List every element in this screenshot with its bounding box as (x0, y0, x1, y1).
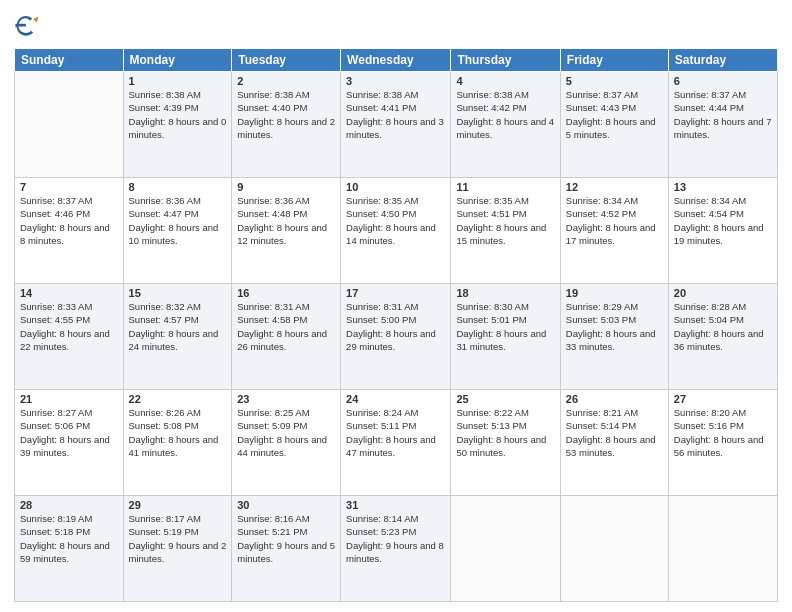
calendar-cell: 12 Sunrise: 8:34 AM Sunset: 4:52 PM Dayl… (560, 178, 668, 284)
calendar-cell: 5 Sunrise: 8:37 AM Sunset: 4:43 PM Dayli… (560, 72, 668, 178)
calendar-cell: 17 Sunrise: 8:31 AM Sunset: 5:00 PM Dayl… (341, 284, 451, 390)
calendar-cell: 24 Sunrise: 8:24 AM Sunset: 5:11 PM Dayl… (341, 390, 451, 496)
daylight-text: Daylight: 8 hours and 17 minutes. (566, 221, 663, 248)
sunrise-text: Sunrise: 8:33 AM (20, 300, 118, 313)
calendar-cell: 26 Sunrise: 8:21 AM Sunset: 5:14 PM Dayl… (560, 390, 668, 496)
calendar-cell: 29 Sunrise: 8:17 AM Sunset: 5:19 PM Dayl… (123, 496, 232, 602)
sunrise-text: Sunrise: 8:25 AM (237, 406, 335, 419)
sunset-text: Sunset: 4:51 PM (456, 207, 554, 220)
calendar-week-row: 1 Sunrise: 8:38 AM Sunset: 4:39 PM Dayli… (15, 72, 778, 178)
sunset-text: Sunset: 5:23 PM (346, 525, 445, 538)
sunrise-text: Sunrise: 8:24 AM (346, 406, 445, 419)
day-detail: Sunrise: 8:14 AM Sunset: 5:23 PM Dayligh… (346, 512, 445, 565)
day-number: 17 (346, 287, 445, 299)
sunset-text: Sunset: 5:01 PM (456, 313, 554, 326)
day-detail: Sunrise: 8:38 AM Sunset: 4:39 PM Dayligh… (129, 88, 227, 141)
day-number: 25 (456, 393, 554, 405)
day-detail: Sunrise: 8:22 AM Sunset: 5:13 PM Dayligh… (456, 406, 554, 459)
day-number: 29 (129, 499, 227, 511)
sunset-text: Sunset: 5:18 PM (20, 525, 118, 538)
sunset-text: Sunset: 4:54 PM (674, 207, 772, 220)
day-number: 8 (129, 181, 227, 193)
daylight-text: Daylight: 8 hours and 2 minutes. (237, 115, 335, 142)
calendar-week-row: 14 Sunrise: 8:33 AM Sunset: 4:55 PM Dayl… (15, 284, 778, 390)
logo (14, 14, 46, 42)
sunrise-text: Sunrise: 8:32 AM (129, 300, 227, 313)
sunrise-text: Sunrise: 8:14 AM (346, 512, 445, 525)
day-detail: Sunrise: 8:30 AM Sunset: 5:01 PM Dayligh… (456, 300, 554, 353)
day-number: 9 (237, 181, 335, 193)
sunset-text: Sunset: 5:11 PM (346, 419, 445, 432)
column-header-tuesday: Tuesday (232, 49, 341, 72)
page-header (14, 10, 778, 42)
day-number: 19 (566, 287, 663, 299)
day-detail: Sunrise: 8:20 AM Sunset: 5:16 PM Dayligh… (674, 406, 772, 459)
column-header-wednesday: Wednesday (341, 49, 451, 72)
calendar-cell: 11 Sunrise: 8:35 AM Sunset: 4:51 PM Dayl… (451, 178, 560, 284)
sunrise-text: Sunrise: 8:34 AM (566, 194, 663, 207)
daylight-text: Daylight: 8 hours and 29 minutes. (346, 327, 445, 354)
day-number: 2 (237, 75, 335, 87)
daylight-text: Daylight: 8 hours and 19 minutes. (674, 221, 772, 248)
sunset-text: Sunset: 4:58 PM (237, 313, 335, 326)
day-detail: Sunrise: 8:34 AM Sunset: 4:52 PM Dayligh… (566, 194, 663, 247)
sunrise-text: Sunrise: 8:16 AM (237, 512, 335, 525)
day-number: 21 (20, 393, 118, 405)
day-detail: Sunrise: 8:36 AM Sunset: 4:48 PM Dayligh… (237, 194, 335, 247)
sunset-text: Sunset: 4:46 PM (20, 207, 118, 220)
calendar-cell: 10 Sunrise: 8:35 AM Sunset: 4:50 PM Dayl… (341, 178, 451, 284)
column-header-thursday: Thursday (451, 49, 560, 72)
column-header-sunday: Sunday (15, 49, 124, 72)
day-detail: Sunrise: 8:37 AM Sunset: 4:44 PM Dayligh… (674, 88, 772, 141)
day-number: 31 (346, 499, 445, 511)
day-detail: Sunrise: 8:25 AM Sunset: 5:09 PM Dayligh… (237, 406, 335, 459)
daylight-text: Daylight: 9 hours and 8 minutes. (346, 539, 445, 566)
calendar-cell: 13 Sunrise: 8:34 AM Sunset: 4:54 PM Dayl… (668, 178, 777, 284)
day-detail: Sunrise: 8:21 AM Sunset: 5:14 PM Dayligh… (566, 406, 663, 459)
day-detail: Sunrise: 8:31 AM Sunset: 4:58 PM Dayligh… (237, 300, 335, 353)
calendar-cell: 28 Sunrise: 8:19 AM Sunset: 5:18 PM Dayl… (15, 496, 124, 602)
day-number: 11 (456, 181, 554, 193)
sunset-text: Sunset: 5:21 PM (237, 525, 335, 538)
sunset-text: Sunset: 4:44 PM (674, 101, 772, 114)
calendar-cell (15, 72, 124, 178)
calendar-cell: 3 Sunrise: 8:38 AM Sunset: 4:41 PM Dayli… (341, 72, 451, 178)
sunset-text: Sunset: 4:40 PM (237, 101, 335, 114)
calendar-cell: 2 Sunrise: 8:38 AM Sunset: 4:40 PM Dayli… (232, 72, 341, 178)
sunset-text: Sunset: 5:03 PM (566, 313, 663, 326)
sunset-text: Sunset: 4:41 PM (346, 101, 445, 114)
calendar-cell: 4 Sunrise: 8:38 AM Sunset: 4:42 PM Dayli… (451, 72, 560, 178)
daylight-text: Daylight: 8 hours and 8 minutes. (20, 221, 118, 248)
daylight-text: Daylight: 8 hours and 14 minutes. (346, 221, 445, 248)
calendar-week-row: 28 Sunrise: 8:19 AM Sunset: 5:18 PM Dayl… (15, 496, 778, 602)
sunset-text: Sunset: 5:13 PM (456, 419, 554, 432)
day-detail: Sunrise: 8:17 AM Sunset: 5:19 PM Dayligh… (129, 512, 227, 565)
daylight-text: Daylight: 8 hours and 41 minutes. (129, 433, 227, 460)
daylight-text: Daylight: 8 hours and 12 minutes. (237, 221, 335, 248)
calendar-cell: 22 Sunrise: 8:26 AM Sunset: 5:08 PM Dayl… (123, 390, 232, 496)
day-detail: Sunrise: 8:27 AM Sunset: 5:06 PM Dayligh… (20, 406, 118, 459)
sunrise-text: Sunrise: 8:19 AM (20, 512, 118, 525)
daylight-text: Daylight: 8 hours and 31 minutes. (456, 327, 554, 354)
day-number: 7 (20, 181, 118, 193)
day-detail: Sunrise: 8:37 AM Sunset: 4:46 PM Dayligh… (20, 194, 118, 247)
sunset-text: Sunset: 5:09 PM (237, 419, 335, 432)
daylight-text: Daylight: 8 hours and 24 minutes. (129, 327, 227, 354)
sunrise-text: Sunrise: 8:37 AM (566, 88, 663, 101)
sunset-text: Sunset: 4:57 PM (129, 313, 227, 326)
calendar-cell: 21 Sunrise: 8:27 AM Sunset: 5:06 PM Dayl… (15, 390, 124, 496)
calendar-cell: 1 Sunrise: 8:38 AM Sunset: 4:39 PM Dayli… (123, 72, 232, 178)
logo-icon (14, 14, 42, 42)
daylight-text: Daylight: 8 hours and 56 minutes. (674, 433, 772, 460)
sunrise-text: Sunrise: 8:36 AM (129, 194, 227, 207)
sunrise-text: Sunrise: 8:30 AM (456, 300, 554, 313)
sunrise-text: Sunrise: 8:35 AM (456, 194, 554, 207)
sunset-text: Sunset: 4:39 PM (129, 101, 227, 114)
daylight-text: Daylight: 8 hours and 10 minutes. (129, 221, 227, 248)
day-detail: Sunrise: 8:37 AM Sunset: 4:43 PM Dayligh… (566, 88, 663, 141)
sunrise-text: Sunrise: 8:38 AM (456, 88, 554, 101)
day-number: 12 (566, 181, 663, 193)
calendar-cell: 27 Sunrise: 8:20 AM Sunset: 5:16 PM Dayl… (668, 390, 777, 496)
day-number: 15 (129, 287, 227, 299)
day-detail: Sunrise: 8:16 AM Sunset: 5:21 PM Dayligh… (237, 512, 335, 565)
